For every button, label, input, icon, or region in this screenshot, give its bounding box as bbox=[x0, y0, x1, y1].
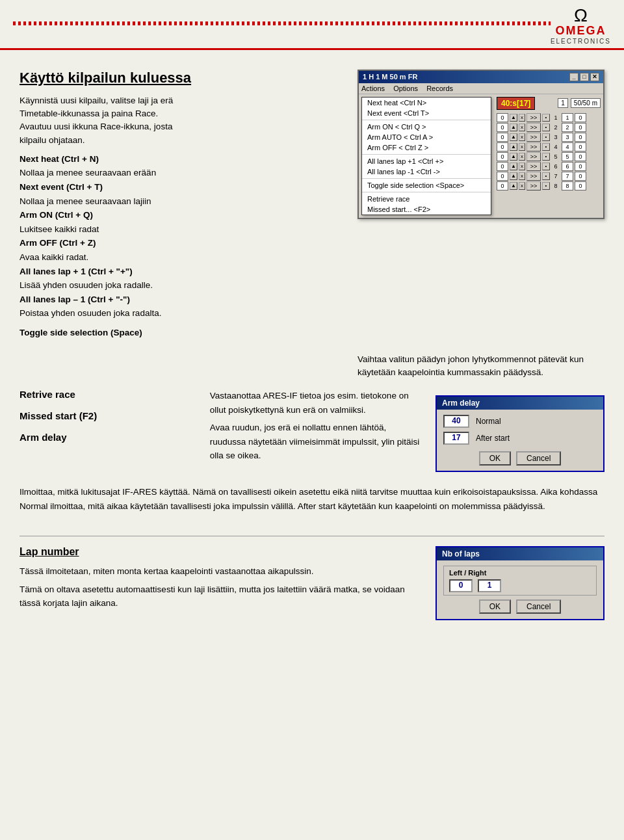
lane-arrow-3[interactable]: >> bbox=[526, 133, 541, 142]
lane-val2-3: 0 bbox=[575, 133, 586, 142]
lane-dot-4[interactable]: • bbox=[542, 143, 550, 151]
lane-x-btn-1[interactable]: x bbox=[519, 114, 525, 122]
lane-val1-4: 4 bbox=[562, 142, 573, 151]
lane-up-btn-6[interactable]: ▲ bbox=[510, 163, 517, 170]
lane-row-4: 0 ▲ x >> • 4 4 0 bbox=[497, 142, 601, 151]
lane-x-btn-7[interactable]: x bbox=[519, 172, 525, 180]
menu-arm-off[interactable]: Arm OFF < Ctrl Z > bbox=[362, 142, 491, 153]
nb-laps-right-input[interactable]: 1 bbox=[478, 579, 501, 592]
menu-next-heat[interactable]: Next heat <Ctrl N> bbox=[362, 98, 491, 108]
arm-delay-afterstart-input[interactable]: 17 bbox=[443, 432, 469, 445]
omega-logo: Ω OMEGA ELECTRONICS bbox=[551, 7, 611, 45]
lane-up-btn-3[interactable]: ▲ bbox=[510, 133, 517, 141]
restore-button[interactable]: □ bbox=[580, 73, 589, 81]
race-window: 1 H 1 M 50 m FR _ □ ✕ Actions Options Re… bbox=[358, 70, 604, 219]
lane-num-8: 8 bbox=[551, 183, 560, 189]
mid-right: Vastaanottaa ARES-IF tietoa jos esim. ti… bbox=[210, 389, 422, 472]
nb-laps-cancel-button[interactable]: Cancel bbox=[516, 599, 561, 614]
minimize-button[interactable]: _ bbox=[569, 73, 578, 81]
lane-dot-1[interactable]: • bbox=[542, 114, 550, 122]
lane-up-btn-1[interactable]: ▲ bbox=[510, 114, 517, 122]
menu-arm-auto[interactable]: Arm AUTO < Ctrl A > bbox=[362, 132, 491, 142]
menu-retrieve-race[interactable]: Retrieve race bbox=[362, 194, 491, 204]
race-distance-counter: 50/50 m bbox=[571, 98, 601, 108]
menu-separator-2 bbox=[362, 154, 491, 155]
section-divider bbox=[20, 536, 604, 536]
lane-num-2: 2 bbox=[551, 124, 560, 131]
menu-actions[interactable]: Actions bbox=[361, 85, 385, 92]
lane-up-btn-5[interactable]: ▲ bbox=[510, 153, 517, 161]
lap-number-title: Lap number bbox=[20, 546, 416, 558]
lap-desc-1: Tässä ilmoitetaan, miten monta kertaa ka… bbox=[20, 564, 416, 579]
lane-val2-7: 0 bbox=[575, 172, 586, 181]
lap-number-section: Lap number Tässä ilmoitetaan, miten mont… bbox=[20, 546, 604, 620]
lane-arrow-1[interactable]: >> bbox=[526, 113, 541, 122]
lap-left: Lap number Tässä ilmoitetaan, miten mont… bbox=[20, 546, 416, 620]
lane-dot-6[interactable]: • bbox=[542, 163, 550, 170]
menu-separator-3 bbox=[362, 178, 491, 179]
arm-delay-normal-input[interactable]: 40 bbox=[443, 415, 469, 428]
menu-all-lanes-plus[interactable]: All lanes lap +1 <Ctrl +> bbox=[362, 156, 491, 166]
race-window-titlebar: 1 H 1 M 50 m FR _ □ ✕ bbox=[359, 71, 603, 83]
menu-arm-on[interactable]: Arm ON < Ctrl Q > bbox=[362, 122, 491, 132]
lane-x-btn-8[interactable]: x bbox=[519, 182, 525, 190]
lane-up-btn-2[interactable]: ▲ bbox=[510, 124, 517, 131]
lap-desc-2: Tämä on oltava asetettu automaattisesti … bbox=[20, 583, 416, 610]
lane-row-8: 0 ▲ x >> • 8 8 0 bbox=[497, 181, 601, 190]
race-time-display: 40:s[17] bbox=[497, 97, 535, 110]
menu-missed-start[interactable]: Missed start... <F2> bbox=[362, 204, 491, 215]
lane-dot-5[interactable]: • bbox=[542, 153, 550, 161]
close-button[interactable]: ✕ bbox=[590, 73, 599, 81]
lane-arrow-5[interactable]: >> bbox=[526, 152, 541, 161]
lane-up-btn-7[interactable]: ▲ bbox=[510, 172, 517, 180]
lane-arrow-2[interactable]: >> bbox=[526, 123, 541, 132]
lane-up-btn-4[interactable]: ▲ bbox=[510, 143, 517, 151]
lane-row-1: 0 ▲ x >> • 1 1 0 bbox=[497, 113, 601, 122]
race-lane-grid: 0 ▲ x >> • 1 1 0 0 bbox=[497, 113, 601, 190]
nb-laps-left-input[interactable]: 0 bbox=[449, 579, 473, 592]
lane-val1-1: 1 bbox=[562, 113, 573, 122]
menu-next-event[interactable]: Next event <Ctrl T> bbox=[362, 108, 491, 118]
menu-all-lanes-minus[interactable]: All lanes lap -1 <Ctrl -> bbox=[362, 166, 491, 177]
lane-dot-8[interactable]: • bbox=[542, 182, 550, 190]
lane-arrow-6[interactable]: >> bbox=[526, 162, 541, 171]
omega-sub-name: ELECTRONICS bbox=[551, 38, 611, 45]
race-window-container: 1 H 1 M 50 m FR _ □ ✕ Actions Options Re… bbox=[358, 70, 604, 340]
arm-delay-box-container: Arm delay 40 Normal 17 After start OK Ca… bbox=[436, 389, 604, 472]
left-column: Käyttö kilpailun kuluessa Käynnistä uusi… bbox=[20, 70, 338, 340]
lane-input-6: 0 bbox=[497, 162, 508, 171]
arm-delay-ok-button[interactable]: OK bbox=[479, 451, 511, 466]
lane-x-btn-6[interactable]: x bbox=[519, 163, 525, 170]
lane-dot-3[interactable]: • bbox=[542, 133, 550, 141]
lane-row-5: 0 ▲ x >> • 5 5 0 bbox=[497, 152, 601, 161]
lane-arrow-8[interactable]: >> bbox=[526, 181, 541, 190]
lane-val1-7: 7 bbox=[562, 172, 573, 181]
arm-delay-cancel-button[interactable]: Cancel bbox=[516, 451, 561, 466]
menu-toggle-side[interactable]: Toggle side selection <Space> bbox=[362, 180, 491, 190]
lane-num-3: 3 bbox=[551, 134, 560, 140]
omega-brand-name: OMEGA bbox=[555, 25, 606, 38]
race-menubar[interactable]: Actions Options Records bbox=[359, 83, 603, 94]
lane-val1-5: 5 bbox=[562, 152, 573, 161]
lane-x-btn-4[interactable]: x bbox=[519, 143, 525, 151]
lane-x-btn-3[interactable]: x bbox=[519, 133, 525, 141]
menu-records[interactable]: Records bbox=[426, 85, 453, 92]
menu-options[interactable]: Options bbox=[393, 85, 418, 92]
titlebar-buttons[interactable]: _ □ ✕ bbox=[569, 73, 599, 81]
page-title: Käyttö kilpailun kuluessa bbox=[20, 70, 338, 86]
lane-dot-2[interactable]: • bbox=[542, 124, 550, 131]
lane-val2-5: 0 bbox=[575, 152, 586, 161]
missed-start-heading-container: Missed start (F2) bbox=[20, 410, 197, 421]
lane-val2-4: 0 bbox=[575, 142, 586, 151]
lap-right: Nb of laps Left / Right 0 1 OK Cancel bbox=[436, 546, 604, 620]
lane-up-btn-8[interactable]: ▲ bbox=[510, 182, 517, 190]
mid-left: Retrive race Missed start (F2) Arm delay bbox=[20, 389, 197, 472]
lane-arrow-4[interactable]: >> bbox=[526, 142, 541, 151]
nb-laps-ok-button[interactable]: OK bbox=[479, 599, 511, 614]
lane-val1-6: 6 bbox=[562, 162, 573, 171]
lane-dot-7[interactable]: • bbox=[542, 172, 550, 180]
lane-x-btn-5[interactable]: x bbox=[519, 153, 525, 161]
lane-x-btn-2[interactable]: x bbox=[519, 124, 525, 131]
lane-val2-6: 0 bbox=[575, 162, 586, 171]
lane-arrow-7[interactable]: >> bbox=[526, 172, 541, 181]
